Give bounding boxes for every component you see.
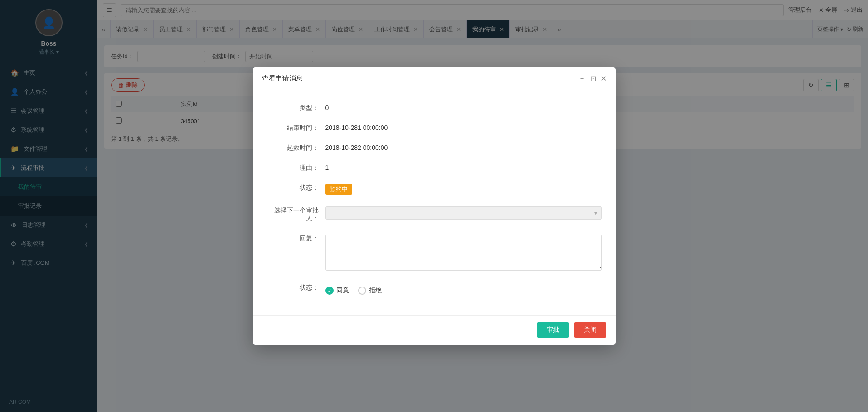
type-label: 类型： — [267, 101, 325, 112]
field-type: 类型： 0 — [267, 101, 602, 112]
field-state: 状态： 同意 拒绝 — [267, 281, 602, 295]
modal-minimize-button[interactable]: － — [578, 74, 586, 83]
field-next-approver: 选择下一个审批人： — [267, 204, 602, 223]
reason-value: 1 — [325, 161, 602, 171]
modal-close-button[interactable]: ✕ — [601, 74, 606, 83]
reply-textarea[interactable] — [325, 235, 602, 271]
state-radio-group: 同意 拒绝 — [325, 284, 602, 295]
field-reason: 理由： 1 — [267, 161, 602, 172]
modal-header-buttons: － ⊡ ✕ — [578, 74, 606, 83]
field-start-time: 起效时间： 2018-10-282 00:00:00 — [267, 141, 602, 152]
status-label: 状态： — [267, 181, 325, 192]
reply-label: 回复： — [267, 232, 325, 243]
modal-title: 查看申请消息 — [262, 74, 303, 83]
modal-header: 查看申请消息 － ⊡ ✕ — [253, 67, 616, 90]
type-value: 0 — [325, 101, 602, 111]
field-end-time: 结束时间： 2018-10-281 00:00:00 — [267, 121, 602, 132]
reason-label: 理由： — [267, 161, 325, 172]
modal-footer: 审批 关闭 — [253, 315, 616, 345]
modal-body: 类型： 0 结束时间： 2018-10-281 00:00:00 起效时间： 2… — [253, 90, 616, 315]
reject-radio[interactable]: 拒绝 — [358, 287, 382, 295]
agree-radio[interactable]: 同意 — [325, 287, 349, 295]
modal-maximize-button[interactable]: ⊡ — [590, 74, 596, 83]
next-approver-label: 选择下一个审批人： — [267, 204, 325, 223]
modal-overlay[interactable]: 查看申请消息 － ⊡ ✕ 类型： 0 结束时间： 2018-10-281 00:… — [0, 0, 868, 412]
modal-dialog: 查看申请消息 － ⊡ ✕ 类型： 0 结束时间： 2018-10-281 00:… — [253, 67, 616, 345]
start-time-label: 起效时间： — [267, 141, 325, 152]
start-time-value: 2018-10-282 00:00:00 — [325, 141, 602, 151]
field-reply: 回复： — [267, 232, 602, 272]
end-time-value: 2018-10-281 00:00:00 — [325, 121, 602, 131]
status-value: 预约中 — [325, 181, 602, 195]
approve-button[interactable]: 审批 — [537, 322, 569, 338]
status-badge: 预约中 — [325, 184, 352, 195]
end-time-label: 结束时间： — [267, 121, 325, 132]
next-approver-select[interactable] — [325, 206, 602, 220]
field-status: 状态： 预约中 — [267, 181, 602, 195]
state-label: 状态： — [267, 281, 325, 292]
agree-radio-circle — [325, 287, 334, 295]
next-approver-select-wrap — [325, 206, 602, 220]
reject-radio-circle — [358, 287, 366, 295]
close-button[interactable]: 关闭 — [574, 322, 606, 338]
